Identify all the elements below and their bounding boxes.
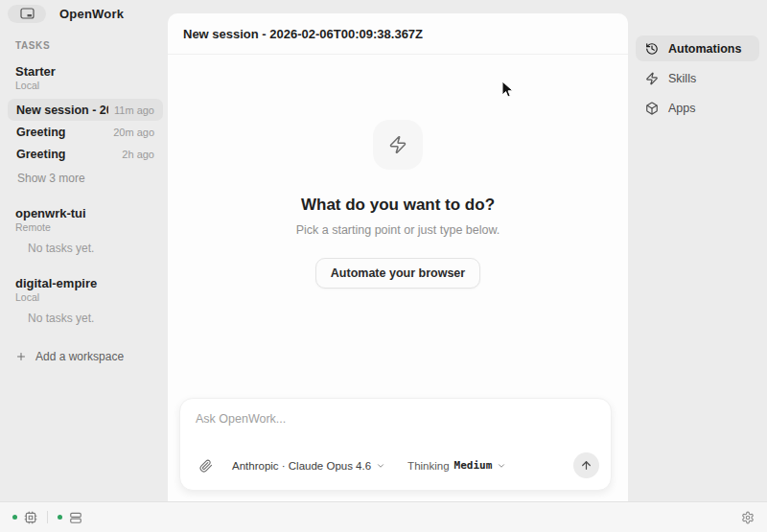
zap-icon bbox=[645, 72, 659, 85]
status-dot-green bbox=[12, 515, 17, 520]
show-more-link[interactable]: Show 3 more bbox=[17, 172, 168, 185]
thinking-value: Medium bbox=[454, 459, 493, 472]
toggle-sidebar-button[interactable] bbox=[8, 5, 46, 23]
task-label: New session - 20... bbox=[16, 104, 108, 117]
app-title: OpenWork bbox=[59, 7, 124, 21]
cpu-status-indicator[interactable] bbox=[12, 511, 37, 524]
task-list: New session - 20... 11m ago Greeting 20m… bbox=[0, 99, 168, 165]
tab-label: Automations bbox=[668, 42, 741, 56]
workspace-name[interactable]: Starter bbox=[15, 64, 168, 79]
task-label: Greeting bbox=[16, 148, 65, 161]
composer-input[interactable] bbox=[180, 399, 611, 437]
automate-browser-button[interactable]: Automate your browser bbox=[315, 258, 480, 289]
right-panel: Automations Skills Apps bbox=[628, 27, 767, 125]
empty-state-title: What do you want to do? bbox=[301, 196, 495, 215]
plus-icon bbox=[15, 351, 27, 362]
zap-icon bbox=[388, 135, 407, 154]
task-label: Greeting bbox=[16, 126, 65, 139]
statusbar-divider bbox=[47, 511, 48, 523]
task-row-greeting-1[interactable]: Greeting 20m ago bbox=[8, 121, 163, 143]
status-dot-green bbox=[58, 515, 62, 520]
arrow-up-icon bbox=[580, 459, 593, 472]
task-time: 11m ago bbox=[114, 104, 154, 116]
tab-skills[interactable]: Skills bbox=[636, 65, 759, 91]
history-icon bbox=[645, 42, 659, 56]
send-button[interactable] bbox=[573, 452, 599, 478]
paperclip-icon[interactable] bbox=[199, 459, 213, 473]
no-tasks-label: No tasks yet. bbox=[28, 242, 168, 255]
composer-toolbar: Anthropic · Claude Opus 4.6 Thinking Med… bbox=[199, 452, 599, 478]
composer-card: Anthropic · Claude Opus 4.6 Thinking Med… bbox=[179, 398, 612, 491]
task-row-new-session[interactable]: New session - 20... 11m ago bbox=[8, 99, 163, 121]
thinking-selector[interactable]: Thinking Medium bbox=[407, 459, 506, 472]
model-selector-label: Anthropic · Claude Opus 4.6 bbox=[232, 460, 371, 472]
thinking-label: Thinking bbox=[407, 460, 449, 472]
tab-label: Skills bbox=[668, 72, 696, 85]
workspace-name[interactable]: openwrk-tui bbox=[15, 206, 168, 220]
server-icon bbox=[69, 511, 82, 524]
workspace-name[interactable]: digital-empire bbox=[15, 276, 168, 290]
status-bar bbox=[0, 501, 767, 532]
window-panel-icon bbox=[20, 8, 35, 19]
add-workspace-label: Add a workspace bbox=[35, 350, 124, 363]
zap-badge bbox=[373, 120, 423, 170]
task-row-greeting-2[interactable]: Greeting 2h ago bbox=[8, 143, 163, 165]
task-time: 20m ago bbox=[113, 127, 154, 138]
no-tasks-label: No tasks yet. bbox=[28, 312, 168, 325]
workspace-location: Local bbox=[15, 291, 168, 303]
cpu-icon bbox=[24, 511, 37, 524]
workspace-location: Local bbox=[15, 80, 168, 91]
box-icon bbox=[645, 102, 659, 115]
add-workspace-button[interactable]: Add a workspace bbox=[15, 350, 168, 363]
tasks-section-label: TASKS bbox=[15, 40, 168, 51]
empty-state: What do you want to do? Pick a starting … bbox=[168, 120, 628, 289]
workspace-location: Remote bbox=[15, 221, 168, 233]
tab-apps[interactable]: Apps bbox=[636, 95, 759, 121]
chevron-down-icon bbox=[497, 461, 506, 471]
main-panel: New session - 2026-02-06T00:09:38.367Z W… bbox=[168, 13, 628, 501]
session-header: New session - 2026-02-06T00:09:38.367Z bbox=[168, 13, 628, 55]
task-time: 2h ago bbox=[122, 149, 154, 160]
chevron-down-icon bbox=[376, 461, 385, 471]
empty-state-subtitle: Pick a starting point or just type below… bbox=[296, 223, 500, 237]
tasks-sidebar: TASKS Starter Local New session - 20... … bbox=[0, 27, 168, 501]
tab-automations[interactable]: Automations bbox=[636, 35, 759, 61]
model-selector[interactable]: Anthropic · Claude Opus 4.6 bbox=[232, 460, 385, 472]
gear-icon bbox=[741, 511, 755, 524]
session-title: New session - 2026-02-06T00:09:38.367Z bbox=[183, 27, 423, 41]
settings-button[interactable] bbox=[741, 511, 755, 524]
server-status-indicator[interactable] bbox=[58, 511, 82, 524]
tab-label: Apps bbox=[668, 102, 696, 115]
